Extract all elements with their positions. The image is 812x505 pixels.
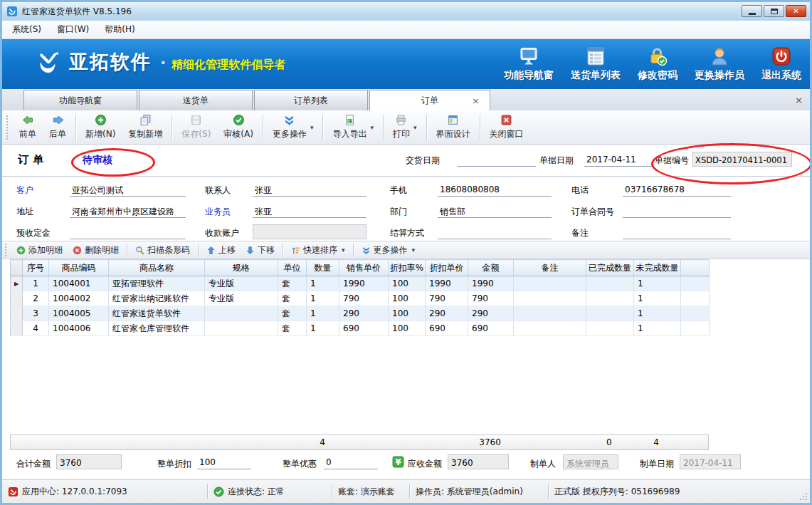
new-button[interactable]: 新增(N)	[79, 113, 122, 142]
grid-column-header[interactable]: 规格	[205, 260, 278, 276]
grid-cell[interactable]: 专业版	[205, 291, 278, 306]
grid-cell[interactable]: 红管家送货单软件	[109, 306, 205, 321]
customer-label[interactable]: 客户	[16, 184, 33, 197]
grid-cell[interactable]	[514, 321, 586, 336]
salesman-field[interactable]: 张亚	[253, 203, 367, 218]
table-row[interactable]: 21004002红管家出纳记账软件专业版套17901007907901	[11, 291, 710, 306]
grid-cell[interactable]: 100	[389, 291, 426, 306]
department-field[interactable]: 销售部	[438, 203, 552, 218]
grid-cell[interactable]: 1	[23, 276, 49, 291]
deposit-field[interactable]	[70, 224, 186, 239]
minimize-button[interactable]	[742, 5, 762, 17]
grid-cell[interactable]: 100	[389, 276, 426, 291]
menu-system[interactable]: 系统(S)	[12, 24, 41, 36]
ui-design-button[interactable]: 界面设计	[430, 113, 477, 142]
grid-cell[interactable]: 100	[389, 306, 426, 321]
grid-column-header[interactable]: 数量	[307, 260, 339, 276]
tab-nav-window[interactable]: 功能导航窗	[23, 90, 137, 110]
grid-cell[interactable]	[514, 306, 586, 321]
grid-cell[interactable]: 1	[307, 321, 339, 336]
phone-field[interactable]: 03716678678	[623, 182, 731, 197]
tab-close-icon[interactable]: ×	[472, 95, 480, 106]
grid-cell[interactable]: 1004005	[49, 306, 109, 321]
grid-cell[interactable]: 1990	[468, 276, 514, 291]
delivery-date-field[interactable]	[458, 152, 536, 167]
grid-cell[interactable]: 1990	[339, 276, 389, 291]
grid-cell[interactable]: 1	[634, 291, 681, 306]
grid-cell[interactable]: 790	[339, 291, 389, 306]
delete-detail-button[interactable]: 删除明细	[68, 243, 124, 258]
contact-field[interactable]: 张亚	[253, 182, 367, 197]
close-window-button[interactable]: 关闭窗口	[483, 113, 530, 142]
grid-cell[interactable]	[205, 321, 278, 336]
switch-operator-button[interactable]: 更换操作员	[695, 46, 744, 82]
grid-column-header[interactable]: 销售单价	[339, 260, 389, 276]
grid-cell[interactable]: 290	[339, 306, 389, 321]
next-doc-button[interactable]: 后单	[43, 113, 73, 142]
grid-column-header[interactable]: 未完成数量	[634, 260, 681, 276]
change-password-button[interactable]: 修改密码	[638, 46, 677, 82]
grid-column-header[interactable]: 折扣率%	[389, 260, 426, 276]
table-row[interactable]: 41004006红管家仓库管理软件套16901006906901	[11, 321, 710, 336]
grid-cell[interactable]: 290	[426, 306, 468, 321]
grid-cell[interactable]: 1	[634, 306, 681, 321]
row-marker[interactable]	[11, 321, 23, 336]
detail-toolbar-grip[interactable]	[5, 244, 9, 256]
remark-field[interactable]	[623, 224, 731, 239]
grid-cell[interactable]: 690	[339, 321, 389, 336]
current-row-marker[interactable]: ▶	[11, 276, 23, 291]
grid-cell[interactable]: 红管家仓库管理软件	[109, 321, 205, 336]
grid-column-header[interactable]: 折扣单价	[426, 260, 468, 276]
grid-cell[interactable]: 4	[23, 321, 49, 336]
grid-column-header[interactable]: 商品编码	[49, 260, 109, 276]
doc-date-field[interactable]: 2017-04-11	[584, 152, 654, 167]
close-button[interactable]: ✕	[786, 5, 806, 17]
address-field[interactable]: 河南省郑州市中原区建设路	[70, 203, 186, 218]
grid-cell[interactable]: 1004002	[49, 291, 109, 306]
quick-sort-button[interactable]: 快速排序 ▾	[286, 243, 350, 258]
nav-window-button[interactable]: 功能导航窗	[504, 46, 554, 82]
grid-cell[interactable]: 亚拓管理软件	[109, 276, 205, 291]
grid-column-header[interactable]: 备注	[514, 260, 586, 276]
grid-cell[interactable]: 790	[426, 291, 468, 306]
audit-button[interactable]: 审核(A)	[217, 113, 260, 142]
grid-cell[interactable]: 套	[278, 321, 307, 336]
prev-doc-button[interactable]: 前单	[13, 113, 43, 142]
table-row[interactable]: ▶11004001亚拓管理软件专业版套11990100199019901	[11, 276, 710, 291]
grid-cell[interactable]: 690	[468, 321, 514, 336]
menu-window[interactable]: 窗口(W)	[57, 24, 89, 36]
grid-column-header[interactable]: 已完成数量	[586, 260, 634, 276]
scan-barcode-button[interactable]: 扫描条形码	[130, 243, 195, 258]
tab-delivery-order[interactable]: 送货单	[139, 90, 253, 110]
grid-cell[interactable]: 1	[307, 276, 339, 291]
titlebar[interactable]: 红管家送货单软件 V8.5.196 ✕	[2, 2, 810, 21]
grid-column-header[interactable]: 商品名称	[109, 260, 205, 276]
table-row[interactable]: 31004005红管家送货单软件套12901002902901	[11, 306, 710, 321]
grid-column-header[interactable]: 金额	[468, 260, 514, 276]
tab-order-list[interactable]: 订单列表	[254, 90, 368, 110]
grid-column-header[interactable]: 单位	[278, 260, 307, 276]
delivery-list-button[interactable]: 送货单列表	[571, 46, 621, 82]
grid-cell[interactable]: 1	[634, 321, 681, 336]
grid-cell[interactable]	[586, 306, 634, 321]
grid-cell[interactable]: 1990	[426, 276, 468, 291]
settlement-field[interactable]	[438, 224, 552, 239]
contract-no-field[interactable]	[623, 203, 731, 218]
move-down-button[interactable]: 下移	[241, 243, 280, 258]
grid-cell[interactable]	[514, 291, 586, 306]
row-marker[interactable]	[11, 306, 23, 321]
grid-cell[interactable]: 专业版	[205, 276, 278, 291]
mobile-field[interactable]: 18608080808	[438, 182, 552, 197]
customer-field[interactable]: 亚拓公司测试	[70, 182, 186, 197]
grid-cell[interactable]: 套	[278, 276, 307, 291]
grid-cell[interactable]: 红管家出纳记账软件	[109, 291, 205, 306]
grid-cell[interactable]: 套	[278, 291, 307, 306]
grid-cell[interactable]: 290	[468, 306, 514, 321]
resize-grip[interactable]	[799, 492, 808, 501]
detail-more-actions-button[interactable]: 更多操作 ▾	[357, 243, 421, 258]
move-up-button[interactable]: 上移	[201, 243, 241, 258]
discount-amount-field[interactable]: 0	[324, 454, 378, 469]
grid-cell[interactable]	[514, 276, 586, 291]
grid-cell[interactable]: 2	[23, 291, 49, 306]
grid-cell[interactable]	[586, 321, 634, 336]
